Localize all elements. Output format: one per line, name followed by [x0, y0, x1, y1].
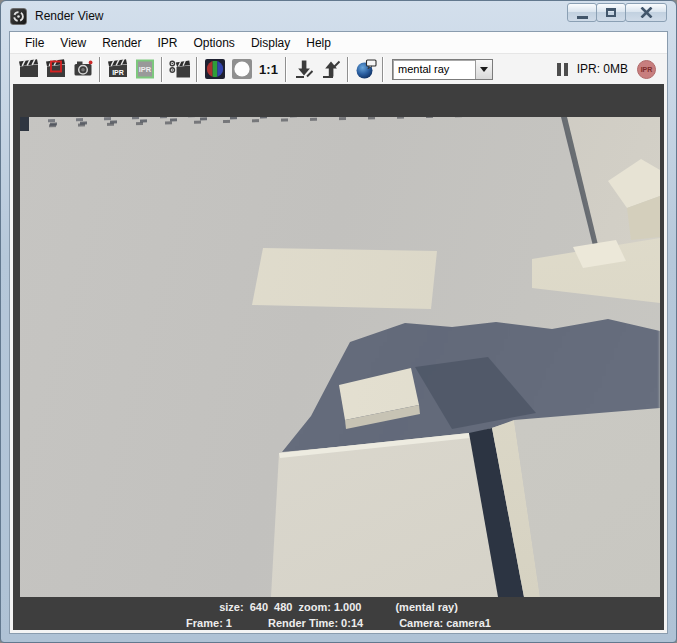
menu-view[interactable]: View [52, 34, 94, 52]
menu-display[interactable]: Display [243, 34, 298, 52]
renderer-select[interactable]: mental ray [392, 59, 493, 80]
window-title: Render View [35, 9, 103, 23]
minimize-button[interactable] [567, 3, 597, 22]
ipr-badge-label: IPR [641, 66, 653, 73]
render-settings-icon [354, 57, 378, 81]
svg-text:IPR: IPR [138, 65, 151, 74]
toolbar-separator [382, 57, 384, 82]
scene-table-leg [20, 117, 29, 131]
minimize-icon [577, 16, 588, 19]
toolbar-separator [99, 57, 101, 82]
size-value: 640 480 [250, 601, 293, 613]
toolbar-separator [347, 57, 349, 82]
toolbar-separator [285, 57, 287, 82]
window-controls [568, 3, 667, 22]
real-size-label: 1:1 [256, 62, 281, 77]
menu-help[interactable]: Help [298, 34, 339, 52]
renderer-select-value: mental ray [393, 63, 475, 75]
image-status-line: size: 640 480 zoom: 1.000 (mental ray) [13, 601, 664, 613]
render-current-frame-button[interactable] [15, 56, 42, 82]
close-icon [640, 7, 653, 18]
ipr-update-region-icon: IPR [133, 57, 157, 81]
display-rgb-channels-button[interactable] [201, 56, 228, 82]
ipr-render-icon: IPR [106, 57, 130, 81]
maximize-button[interactable] [596, 3, 626, 22]
render-region-icon [44, 57, 68, 81]
frame-status-line: Frame: 1 Render Time: 0:14 Camera: camer… [13, 617, 664, 629]
toolbar-separator [161, 57, 163, 82]
toolbar-separator [196, 57, 198, 82]
client-area: File View Render IPR Options Display Hel… [9, 31, 668, 634]
menu-ipr[interactable]: IPR [150, 34, 186, 52]
ipr-update-region-button[interactable]: IPR [131, 56, 158, 82]
menu-render[interactable]: Render [94, 34, 149, 52]
real-size-button[interactable]: 1:1 [255, 56, 282, 82]
ipr-stop-button[interactable]: IPR [637, 60, 656, 79]
maya-app-icon [10, 8, 27, 25]
remove-image-button[interactable] [317, 56, 344, 82]
rendered-image[interactable] [20, 117, 660, 597]
renderer-note: (mental ray) [395, 601, 457, 613]
remove-image-icon [319, 57, 343, 81]
chevron-down-icon [480, 67, 488, 72]
render-settings-button[interactable] [352, 56, 379, 82]
pause-icon[interactable] [557, 63, 568, 76]
redo-previous-render-icon [168, 57, 192, 81]
render-view-panel: size: 640 480 zoom: 1.000 (mental ray) F… [13, 84, 664, 630]
camera-value: Camera: camera1 [399, 617, 491, 629]
close-button[interactable] [625, 3, 667, 22]
snapshot-button[interactable] [69, 56, 96, 82]
snapshot-icon [71, 57, 95, 81]
svg-text:IPR: IPR [112, 69, 124, 76]
size-label: size: [219, 601, 243, 613]
keep-image-button[interactable] [290, 56, 317, 82]
frame-value: Frame: 1 [186, 617, 232, 629]
keep-image-icon [292, 57, 316, 81]
render-current-frame-icon [17, 57, 41, 81]
menu-options[interactable]: Options [186, 34, 243, 52]
toolbar: IPR IPR [10, 54, 667, 84]
redo-previous-render-button[interactable] [166, 56, 193, 82]
menu-bar: File View Render IPR Options Display Hel… [10, 32, 667, 54]
render-view-window: Render View File View Render IPR Options… [0, 0, 677, 643]
zoom-value: zoom: 1.000 [298, 601, 361, 613]
display-rgb-channels-icon [203, 57, 227, 81]
toolbar-right-group: IPR: 0MB IPR [557, 60, 667, 79]
ipr-render-button[interactable]: IPR [104, 56, 131, 82]
maximize-icon [606, 8, 616, 17]
render-time-value: Render Time: 0:14 [268, 617, 363, 629]
display-alpha-channel-button[interactable] [228, 56, 255, 82]
display-alpha-channel-icon [230, 57, 254, 81]
ipr-memory-text: IPR: 0MB [577, 62, 628, 76]
renderer-select-dropdown-button[interactable] [475, 60, 492, 79]
render-region-button[interactable] [42, 56, 69, 82]
menu-file[interactable]: File [17, 34, 52, 52]
